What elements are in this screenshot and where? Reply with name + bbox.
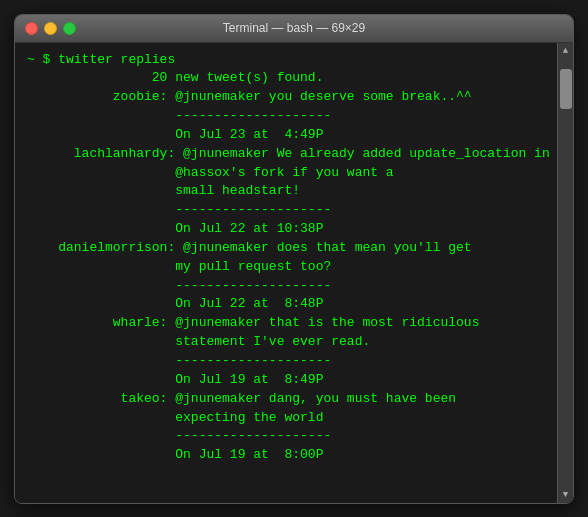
terminal-content[interactable]: ~ $ twitter replies 20 new tweet(s) foun…	[15, 43, 557, 503]
terminal-body: ~ $ twitter replies 20 new tweet(s) foun…	[15, 43, 573, 503]
terminal-line-zoobie-sep: --------------------	[27, 107, 545, 126]
terminal-line-new-tweets: 20 new tweet(s) found.	[27, 69, 545, 88]
close-button[interactable]	[25, 22, 38, 35]
terminal-line-takeo-user: takeo: @jnunemaker dang, you must have b…	[27, 390, 545, 409]
window-title: Terminal — bash — 69×29	[223, 21, 365, 35]
scrollbar[interactable]: ▲ ▼	[557, 43, 573, 503]
terminal-line-wharle-line2: statement I've ever read.	[27, 333, 545, 352]
terminal-line-danielmorrison-date: On Jul 22 at 8:48P	[27, 295, 545, 314]
terminal-line-lachlan-date: On Jul 22 at 10:38P	[27, 220, 545, 239]
terminal-line-lachlan-line2: @hassox's fork if you want a	[27, 164, 545, 183]
scroll-down-button[interactable]: ▼	[559, 487, 573, 503]
scroll-thumb[interactable]	[560, 69, 572, 109]
scroll-up-button[interactable]: ▲	[559, 43, 573, 59]
terminal-line-lachlan-line3: small headstart!	[27, 182, 545, 201]
maximize-button[interactable]	[63, 22, 76, 35]
terminal-line-wharle-user: wharle: @jnunemaker that is the most rid…	[27, 314, 545, 333]
minimize-button[interactable]	[44, 22, 57, 35]
terminal-line-wharle-date: On Jul 19 at 8:49P	[27, 371, 545, 390]
terminal-line-zoobie-date: On Jul 23 at 4:49P	[27, 126, 545, 145]
terminal-line-wharle-sep: --------------------	[27, 352, 545, 371]
terminal-line-danielmorrison-sep: --------------------	[27, 277, 545, 296]
titlebar: Terminal — bash — 69×29	[15, 15, 573, 43]
scroll-track[interactable]	[559, 59, 573, 487]
terminal-line-takeo-date: On Jul 19 at 8:00P	[27, 446, 545, 465]
terminal-line-lachlan-user: lachlanhardy: @jnunemaker We already add…	[27, 145, 545, 164]
terminal-line-zoobie-user: zoobie: @jnunemaker you deserve some bre…	[27, 88, 545, 107]
terminal-window: Terminal — bash — 69×29 ~ $ twitter repl…	[14, 14, 574, 504]
terminal-line-danielmorrison-line2: my pull request too?	[27, 258, 545, 277]
prompt-line: ~ $ twitter replies	[27, 51, 545, 70]
terminal-line-takeo-sep: --------------------	[27, 427, 545, 446]
traffic-lights	[25, 22, 76, 35]
terminal-line-danielmorrison-user: danielmorrison: @jnunemaker does that me…	[27, 239, 545, 258]
terminal-line-lachlan-sep: --------------------	[27, 201, 545, 220]
terminal-line-takeo-line2: expecting the world	[27, 409, 545, 428]
